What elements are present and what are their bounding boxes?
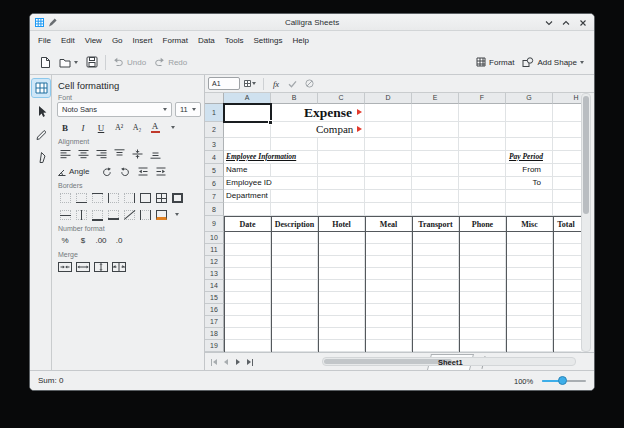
merge-cells-button[interactable] [57,259,73,274]
cell-tool-button[interactable] [32,79,50,97]
column-header-h[interactable]: H [553,93,581,104]
border-outline-button[interactable] [137,190,153,205]
menu-item-tools[interactable]: Tools [220,34,249,47]
superscript-button[interactable]: A² [111,120,127,135]
save-button[interactable] [82,53,102,72]
row-header-18[interactable]: 18 [205,328,224,340]
sheet-grid[interactable]: Expense Compan Employee Information Pay … [205,93,581,352]
table-header-meal[interactable]: Meal [365,216,412,232]
row-header-9[interactable]: 9 [205,216,224,232]
row-header-19[interactable]: 19 [205,340,224,352]
cell-pay-period[interactable]: Pay Period [506,151,551,163]
table-header-misc[interactable]: Misc [506,216,553,232]
row-header-17[interactable]: 17 [205,316,224,328]
border-color-chevron-button[interactable] [169,207,185,222]
add-shape-button[interactable]: Add Shape [518,53,588,72]
italic-button[interactable]: I [75,120,91,135]
percent-format-button[interactable]: % [57,233,73,248]
titlebar[interactable]: Calligra Sheets [30,14,594,31]
cell-reference-box[interactable]: A1 [208,77,240,90]
select-all-corner[interactable] [205,93,224,104]
table-header-transport[interactable]: Transport [412,216,459,232]
row-header-3[interactable]: 3 [205,138,224,151]
font-size-select[interactable]: 11 [175,102,201,117]
border-inner-vertical-button[interactable] [73,207,89,222]
merge-vertical-button[interactable] [93,259,109,274]
font-family-select[interactable]: Noto Sans [57,102,172,117]
row-header-2[interactable]: 2 [205,122,224,138]
function-button[interactable]: fx [270,79,282,89]
menu-item-help[interactable]: Help [287,34,313,47]
column-header-b[interactable]: B [271,93,318,104]
angle-button[interactable]: Angle [57,164,95,179]
zoom-slider-handle[interactable] [558,376,567,385]
align-middle-button[interactable] [129,146,145,161]
border-inner-horizontal-button[interactable] [57,207,73,222]
minimize-button[interactable] [545,19,553,27]
merge-horizontal-button[interactable] [75,259,91,274]
row-header-16[interactable]: 16 [205,304,224,316]
cell-report-title[interactable]: Expense [304,104,352,121]
bold-button[interactable]: B [57,120,73,135]
table-header-total[interactable]: Total [551,216,581,232]
open-document-button[interactable] [55,53,82,72]
border-left-button[interactable] [105,190,121,205]
cell-employee-information[interactable]: Employee Information [226,151,296,163]
rotate-ccw-button[interactable] [99,164,115,179]
border-remove-button[interactable] [137,207,153,222]
undo-button[interactable]: Undo [109,53,150,72]
vertical-scrollbar-thumb[interactable] [583,96,589,214]
decrease-precision-button[interactable]: .0 [111,233,127,248]
selection-handle[interactable] [268,120,273,125]
row-header-12[interactable]: 12 [205,256,224,268]
new-document-button[interactable] [36,53,55,72]
border-bottom-button[interactable] [73,190,89,205]
border-color-button[interactable] [153,207,169,222]
row-header-8[interactable]: 8 [205,203,224,216]
table-header-phone[interactable]: Phone [459,216,506,232]
next-sheet-button[interactable] [233,356,243,368]
align-center-button[interactable] [75,146,91,161]
column-header-c[interactable]: C [318,93,365,104]
named-range-dropdown[interactable] [243,77,257,91]
menu-item-insert[interactable]: Insert [128,34,158,47]
align-right-button[interactable] [93,146,109,161]
horizontal-scrollbar-thumb[interactable] [324,359,452,364]
menu-item-file[interactable]: File [33,34,56,47]
row-header-6[interactable]: 6 [205,177,224,190]
align-left-button[interactable] [57,146,73,161]
border-diagonal-button[interactable] [121,207,137,222]
column-header-e[interactable]: E [412,93,459,104]
unmerge-cells-button[interactable] [111,259,127,274]
cell-employee-id-label[interactable]: Employee ID [226,177,272,189]
apply-button[interactable] [285,77,299,91]
maximize-button[interactable] [562,19,570,27]
open-recent-chevron-icon[interactable] [74,61,78,64]
cell-from-label[interactable]: From [490,164,541,176]
cell-department-label[interactable]: Department [226,190,268,202]
pen-tool-button[interactable] [32,125,50,143]
table-header-description[interactable]: Description [271,216,318,232]
row-header-5[interactable]: 5 [205,164,224,177]
last-sheet-button[interactable] [245,356,255,368]
row-header-7[interactable]: 7 [205,190,224,203]
redo-button[interactable]: Redo [150,53,191,72]
menu-item-edit[interactable]: Edit [56,34,80,47]
currency-format-button[interactable]: $ [75,233,91,248]
border-double-bottom-button[interactable] [89,207,105,222]
increase-precision-button[interactable]: .00 [93,233,109,248]
align-bottom-button[interactable] [147,146,163,161]
close-button[interactable] [579,19,587,27]
cell-to-label[interactable]: To [490,177,541,189]
indent-increase-button[interactable] [153,164,169,179]
row-header-1[interactable]: 1 [205,104,224,122]
font-color-chevron-button[interactable] [165,120,181,135]
border-thick-outline-button[interactable] [169,190,185,205]
cell-name-label[interactable]: Name [226,164,247,176]
menu-item-data[interactable]: Data [193,34,220,47]
border-all-button[interactable] [153,190,169,205]
cell-company[interactable]: Compan [316,122,353,137]
font-color-button[interactable]: A [147,120,163,135]
vertical-scrollbar[interactable] [581,93,591,352]
menu-item-view[interactable]: View [80,34,107,47]
